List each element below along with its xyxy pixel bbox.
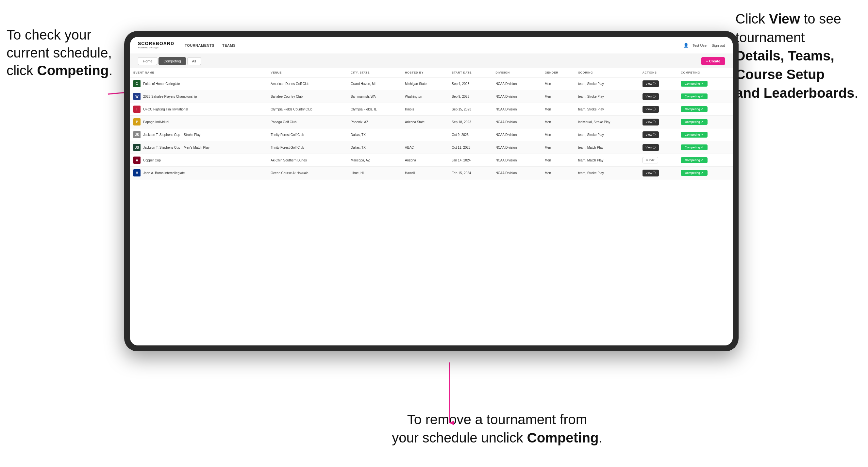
team-logo: H bbox=[133, 169, 141, 177]
scoring-cell: team, Match Play bbox=[575, 141, 639, 154]
scoring-cell: team, Stroke Play bbox=[575, 77, 639, 90]
view-button[interactable]: View ⓘ bbox=[643, 131, 659, 138]
city-state-cell: Olympia Fields, IL bbox=[347, 103, 402, 116]
annotation-bottom: To remove a tournament from your schedul… bbox=[392, 410, 602, 447]
view-button[interactable]: View ⓘ bbox=[643, 81, 659, 87]
division-cell: NCAA Division I bbox=[492, 167, 541, 179]
table-row: W 2023 Sahalee Players Championship Saha… bbox=[130, 90, 733, 103]
col-start-date: START DATE bbox=[448, 68, 492, 77]
division-cell: NCAA Division I bbox=[492, 77, 541, 90]
gender-cell: Men bbox=[541, 141, 575, 154]
tablet-frame: SCOREBOARD Powered by clippi TOURNAMENTS… bbox=[124, 31, 739, 351]
competing-cell: Competing ✓ bbox=[678, 116, 733, 128]
competing-button[interactable]: Competing ✓ bbox=[681, 170, 708, 176]
division-cell: NCAA Division I bbox=[492, 154, 541, 167]
event-name-cell: G Folds of Honor Collegiate bbox=[130, 77, 267, 90]
actions-cell: ✏ Edit bbox=[639, 154, 678, 167]
col-gender: GENDER bbox=[541, 68, 575, 77]
competing-cell: Competing ✓ bbox=[678, 128, 733, 141]
venue-cell: Olympia Fields Country Club bbox=[267, 103, 347, 116]
tournaments-table: EVENT NAME VENUE CITY, STATE HOSTED BY S… bbox=[130, 68, 733, 179]
event-name: Jackson T. Stephens Cup – Men's Match Pl… bbox=[143, 146, 210, 149]
nav-tournaments[interactable]: TOURNAMENTS bbox=[185, 43, 214, 48]
start-date-cell: Oct 9, 2023 bbox=[448, 128, 492, 141]
brand: SCOREBOARD Powered by clippi bbox=[138, 41, 174, 49]
event-name: Papago Individual bbox=[143, 120, 169, 124]
hosted-by-cell: Arizona bbox=[402, 154, 448, 167]
view-button[interactable]: View ⓘ bbox=[643, 144, 659, 151]
competing-button[interactable]: Competing ✓ bbox=[681, 132, 708, 137]
signout-link[interactable]: Sign out bbox=[712, 43, 725, 48]
start-date-cell: Sep 18, 2023 bbox=[448, 116, 492, 128]
team-logo: JS bbox=[133, 144, 141, 151]
col-actions: ACTIONS bbox=[639, 68, 678, 77]
start-date-cell: Sep 4, 2023 bbox=[448, 77, 492, 90]
view-button[interactable]: View ⓘ bbox=[643, 106, 659, 113]
view-button[interactable]: View ⓘ bbox=[643, 119, 659, 125]
create-button[interactable]: + Create bbox=[701, 57, 725, 65]
start-date-cell: Sep 15, 2023 bbox=[448, 103, 492, 116]
venue-cell: Sahalee Country Club bbox=[267, 90, 347, 103]
tab-competing[interactable]: Competing bbox=[158, 57, 186, 65]
filter-bar: Home Competing All + Create bbox=[130, 54, 733, 68]
navbar: SCOREBOARD Powered by clippi TOURNAMENTS… bbox=[130, 37, 733, 54]
table-row: G Folds of Honor Collegiate American Dun… bbox=[130, 77, 733, 90]
table-body: G Folds of Honor Collegiate American Dun… bbox=[130, 77, 733, 179]
event-name-cell: JS Jackson T. Stephens Cup – Men's Match… bbox=[130, 141, 267, 154]
navbar-left: SCOREBOARD Powered by clippi TOURNAMENTS… bbox=[138, 41, 236, 49]
start-date-cell: Jan 14, 2024 bbox=[448, 154, 492, 167]
actions-cell: View ⓘ bbox=[639, 90, 678, 103]
actions-cell: View ⓘ bbox=[639, 128, 678, 141]
tab-home[interactable]: Home bbox=[138, 57, 157, 65]
actions-cell: View ⓘ bbox=[639, 167, 678, 179]
competing-cell: Competing ✓ bbox=[678, 141, 733, 154]
division-cell: NCAA Division I bbox=[492, 116, 541, 128]
competing-button[interactable]: Competing ✓ bbox=[681, 81, 708, 87]
competing-button[interactable]: Competing ✓ bbox=[681, 119, 708, 125]
nav-teams[interactable]: TEAMS bbox=[222, 43, 236, 48]
competing-cell: Competing ✓ bbox=[678, 77, 733, 90]
competing-button[interactable]: Competing ✓ bbox=[681, 106, 708, 112]
col-venue: VENUE bbox=[267, 68, 347, 77]
competing-button[interactable]: Competing ✓ bbox=[681, 145, 708, 150]
hosted-by-cell: Arizona State bbox=[402, 116, 448, 128]
view-button[interactable]: View ⓘ bbox=[643, 93, 659, 100]
edit-button[interactable]: ✏ Edit bbox=[643, 157, 658, 163]
annotation-left: To check your current schedule, click Co… bbox=[6, 26, 113, 80]
venue-cell: Ocean Course At Hokuala bbox=[267, 167, 347, 179]
table-row: JS Jackson T. Stephens Cup – Stroke Play… bbox=[130, 128, 733, 141]
city-state-cell: Lihue, HI bbox=[347, 167, 402, 179]
brand-title: SCOREBOARD bbox=[138, 41, 174, 46]
competing-cell: Competing ✓ bbox=[678, 167, 733, 179]
scoring-cell: team, Stroke Play bbox=[575, 90, 639, 103]
competing-button[interactable]: Competing ✓ bbox=[681, 93, 708, 99]
actions-cell: View ⓘ bbox=[639, 103, 678, 116]
tablet-screen: SCOREBOARD Powered by clippi TOURNAMENTS… bbox=[130, 37, 733, 345]
gender-cell: Men bbox=[541, 154, 575, 167]
start-date-cell: Sep 9, 2023 bbox=[448, 90, 492, 103]
col-city-state: CITY, STATE bbox=[347, 68, 402, 77]
view-button[interactable]: View ⓘ bbox=[643, 169, 659, 177]
hosted-by-cell: Washington bbox=[402, 90, 448, 103]
col-scoring: SCORING bbox=[575, 68, 639, 77]
event-name: 2023 Sahalee Players Championship bbox=[143, 95, 197, 98]
table-wrapper: EVENT NAME VENUE CITY, STATE HOSTED BY S… bbox=[130, 68, 733, 345]
division-cell: NCAA Division I bbox=[492, 128, 541, 141]
team-logo: JS bbox=[133, 131, 141, 138]
event-name: Jackson T. Stephens Cup – Stroke Play bbox=[143, 133, 200, 136]
venue-cell: Trinity Forest Golf Club bbox=[267, 141, 347, 154]
nav-links: TOURNAMENTS TEAMS bbox=[185, 43, 236, 48]
gender-cell: Men bbox=[541, 128, 575, 141]
tab-all[interactable]: All bbox=[187, 57, 201, 65]
hosted-by-cell: Illinois bbox=[402, 103, 448, 116]
competing-button[interactable]: Competing ✓ bbox=[681, 157, 708, 163]
venue-cell: American Dunes Golf Club bbox=[267, 77, 347, 90]
team-logo: P bbox=[133, 118, 141, 125]
gender-cell: Men bbox=[541, 77, 575, 90]
scoring-cell: team, Stroke Play bbox=[575, 167, 639, 179]
gender-cell: Men bbox=[541, 90, 575, 103]
event-name-cell: A Copper Cup bbox=[130, 154, 267, 167]
event-name: Copper Cup bbox=[143, 158, 161, 162]
table-row: P Papago Individual Papago Golf ClubPhoe… bbox=[130, 116, 733, 128]
table-row: H John A. Burns Intercollegiate Ocean Co… bbox=[130, 167, 733, 179]
